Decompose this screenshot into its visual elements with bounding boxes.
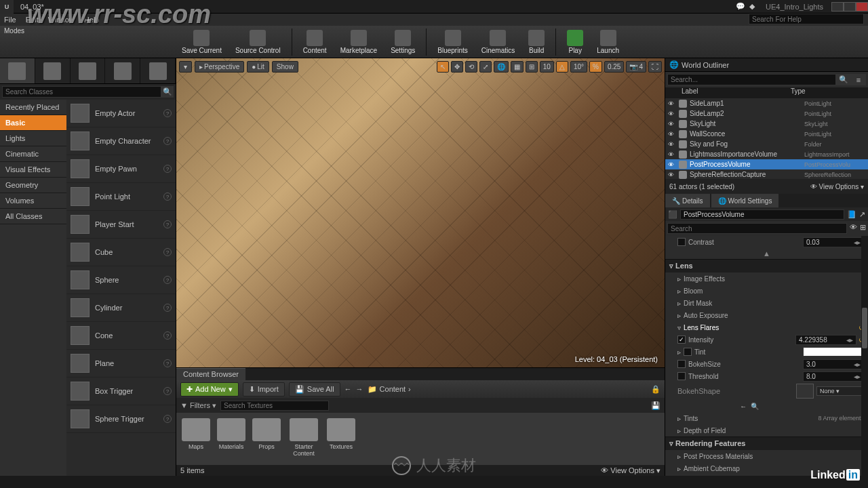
actor-empty-character[interactable]: Empty Character?	[66, 127, 176, 155]
asset-materials[interactable]: Materials	[217, 418, 245, 460]
threshold-value[interactable]: 8.0◂▸	[803, 371, 864, 382]
marketplace-button[interactable]: Marketplace	[335, 27, 382, 57]
actor-player-start[interactable]: Player Start?	[66, 211, 176, 239]
search-icon[interactable]: 🔍	[836, 74, 851, 85]
actor-name-field[interactable]	[680, 209, 844, 220]
bokehsize-checkbox[interactable]	[677, 360, 686, 368]
viewport[interactable]: ▾ ▸ Perspective ● Lit Show ↖ ✥ ⟲ ⤢ 🌐 ▦ ⊞…	[176, 58, 665, 367]
world-settings-tab[interactable]: 🌐 World Settings	[711, 194, 779, 207]
actor-cone[interactable]: Cone?	[66, 322, 176, 350]
close-button[interactable]	[856, 2, 868, 12]
cat-all[interactable]: All Classes	[0, 209, 66, 224]
actor-point-light[interactable]: Point Light?	[66, 183, 176, 211]
surface-snap[interactable]: ▦	[511, 61, 524, 73]
save-textures-icon[interactable]: 💾	[651, 401, 660, 410]
tint-swatch[interactable]	[803, 347, 864, 357]
scale-snap[interactable]: %	[589, 61, 602, 73]
source-control-button[interactable]: Source Control	[230, 27, 286, 57]
rendering-category[interactable]: ▿ Rendering Features	[665, 436, 868, 450]
grid-snap[interactable]: ⊞	[526, 61, 538, 73]
col-type[interactable]: Type	[791, 87, 852, 98]
outliner-wallsconce[interactable]: 👁WallSconcePointLight	[665, 129, 868, 139]
tint-checkbox[interactable]	[684, 348, 692, 356]
asset-props[interactable]: Props	[252, 418, 281, 460]
actor-empty-pawn[interactable]: Empty Pawn?	[66, 155, 176, 183]
nav-fwd[interactable]: →	[356, 385, 363, 393]
asset-textures[interactable]: Textures	[327, 418, 355, 460]
threshold-checkbox[interactable]	[677, 372, 686, 380]
minimize-button[interactable]	[831, 2, 844, 12]
content-button[interactable]: Content	[298, 27, 332, 57]
actor-sphere[interactable]: Sphere?	[66, 266, 176, 294]
content-search[interactable]	[220, 401, 329, 411]
select-mode[interactable]: ↖	[437, 61, 449, 73]
place-mode-tab[interactable]	[0, 58, 35, 83]
content-browser-tab[interactable]: Content Browser	[176, 368, 245, 380]
pp-materials-row[interactable]: ▹Post Process Materials	[665, 450, 868, 462]
maximize-viewport[interactable]: ⛶	[648, 61, 662, 73]
details-tab[interactable]: 🔧 Details	[665, 194, 710, 207]
bokeh-browse[interactable]: 🔍	[751, 403, 759, 410]
menu-edit[interactable]: Edit	[26, 16, 39, 24]
outliner-spherereflectioncapture[interactable]: 👁SphereReflectionCaptureSphereReflection	[665, 169, 868, 179]
search-icon[interactable]: 🔍	[161, 86, 174, 98]
image-effects-row[interactable]: ▹Image Effects	[665, 272, 868, 285]
bokeh-back[interactable]: ←	[740, 403, 747, 410]
intensity-value[interactable]: 4.229358◂▸	[795, 335, 856, 345]
landscape-mode-tab[interactable]	[71, 58, 106, 83]
actor-empty-actor[interactable]: Empty Actor?	[66, 100, 176, 127]
bokehshape-thumb[interactable]	[796, 384, 814, 399]
settings-button[interactable]: Settings	[385, 27, 420, 57]
bloom-row[interactable]: ▹Bloom	[665, 285, 868, 297]
foliage-mode-tab[interactable]	[105, 58, 140, 83]
dof-row[interactable]: ▹Depth of Field	[665, 424, 868, 436]
actor-cube[interactable]: Cube?	[66, 239, 176, 266]
lens-category[interactable]: ▿ Lens	[665, 259, 868, 272]
cat-geometry[interactable]: Geometry	[0, 178, 66, 193]
lock-icon[interactable]: 🔒	[651, 385, 660, 394]
view-options[interactable]: 👁 View Options ▾	[601, 466, 660, 475]
asset-starter-content[interactable]: Starter Content	[288, 418, 320, 460]
contrast-checkbox[interactable]	[677, 238, 686, 246]
menu-help[interactable]: Help	[84, 16, 100, 24]
cat-cinematic[interactable]: Cinematic	[0, 146, 66, 162]
scale-size[interactable]: 0.25	[604, 61, 624, 73]
move-mode[interactable]: ✥	[451, 61, 463, 73]
cat-lights[interactable]: Lights	[0, 131, 66, 146]
outliner-sidelamp2[interactable]: 👁SideLamp2PointLight	[665, 108, 868, 119]
cam-speed[interactable]: 📷 4	[626, 61, 646, 73]
window-tab[interactable]: 04_03*	[14, 1, 51, 12]
play-button[interactable]: Play	[561, 27, 589, 57]
notify-icon[interactable]: 💬	[736, 2, 745, 11]
open-icon[interactable]: ↗	[859, 210, 865, 219]
contrast-value[interactable]: 0.03◂▸	[803, 237, 864, 247]
menu-window[interactable]: Window	[48, 16, 75, 24]
viewport-menu[interactable]: ▾	[179, 61, 192, 73]
show-button[interactable]: Show	[272, 61, 298, 73]
intensity-checkbox[interactable]	[677, 336, 686, 344]
coord-space[interactable]: 🌐	[494, 61, 509, 73]
col-label[interactable]: Label	[682, 87, 791, 98]
blueprint-icon[interactable]: 📘	[847, 210, 856, 219]
save-all-button[interactable]: 💾 Save All	[289, 382, 340, 396]
eye-icon[interactable]: 👁	[850, 223, 857, 234]
filter-icon[interactable]: ≡	[851, 74, 866, 85]
grid-icon[interactable]: ⊞	[860, 223, 866, 234]
chevron-right-icon[interactable]: ›	[408, 385, 411, 393]
grid-size[interactable]: 10	[540, 61, 554, 73]
bokehshape-dropdown[interactable]: None ▾	[816, 386, 864, 396]
cat-volumes[interactable]: Volumes	[0, 193, 66, 209]
details-scrollbar[interactable]	[861, 236, 868, 476]
auto-exposure-row[interactable]: ▹Auto Exposure	[665, 309, 868, 321]
classes-search[interactable]	[2, 86, 161, 98]
outliner-search[interactable]	[667, 74, 836, 85]
actor-cylinder[interactable]: Cylinder?	[66, 294, 176, 322]
geometry-mode-tab[interactable]	[140, 58, 176, 83]
outliner-sky and fog[interactable]: 👁Sky and FogFolder	[665, 139, 868, 149]
paint-mode-tab[interactable]	[35, 58, 71, 83]
outliner-postprocessvolume[interactable]: 👁PostProcessVolumePostProcessVolu	[665, 159, 868, 169]
tints-row[interactable]: ▹Tints8 Array elements	[665, 412, 868, 424]
import-button[interactable]: ⬇ Import	[243, 382, 285, 396]
source-icon[interactable]: ◆	[749, 2, 755, 11]
blueprints-button[interactable]: Blueprints	[432, 27, 473, 57]
